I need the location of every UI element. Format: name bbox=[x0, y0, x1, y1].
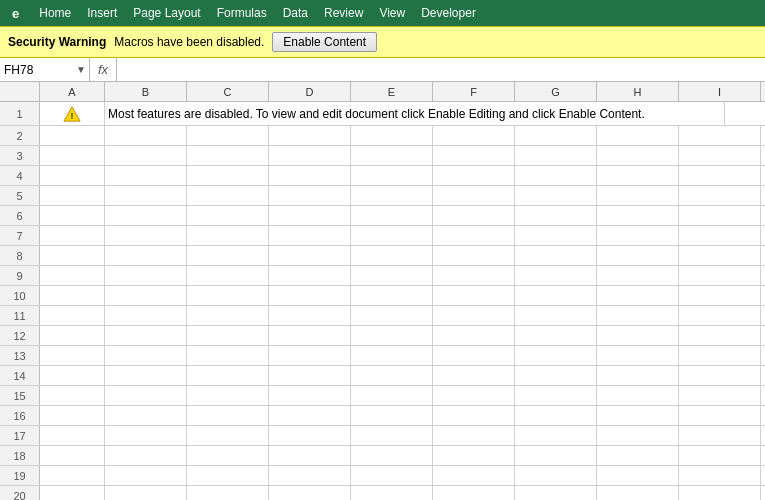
cell-f16[interactable] bbox=[433, 406, 515, 425]
cell-e15[interactable] bbox=[351, 386, 433, 405]
cell-h2[interactable] bbox=[597, 126, 679, 145]
cell-d10[interactable] bbox=[269, 286, 351, 305]
cell-i11[interactable] bbox=[679, 306, 761, 325]
cell-a13[interactable] bbox=[40, 346, 105, 365]
cell-d7[interactable] bbox=[269, 226, 351, 245]
cell-c15[interactable] bbox=[187, 386, 269, 405]
cell-e6[interactable] bbox=[351, 206, 433, 225]
cell-f14[interactable] bbox=[433, 366, 515, 385]
cell-h8[interactable] bbox=[597, 246, 679, 265]
cell-f3[interactable] bbox=[433, 146, 515, 165]
cell-c5[interactable] bbox=[187, 186, 269, 205]
cell-g10[interactable] bbox=[515, 286, 597, 305]
cell-a9[interactable] bbox=[40, 266, 105, 285]
cell-g6[interactable] bbox=[515, 206, 597, 225]
cell-f6[interactable] bbox=[433, 206, 515, 225]
cell-e19[interactable] bbox=[351, 466, 433, 485]
cell-c6[interactable] bbox=[187, 206, 269, 225]
cell-i9[interactable] bbox=[679, 266, 761, 285]
cell-i19[interactable] bbox=[679, 466, 761, 485]
col-header-a[interactable]: A bbox=[40, 82, 105, 101]
cell-h12[interactable] bbox=[597, 326, 679, 345]
cell-b6[interactable] bbox=[105, 206, 187, 225]
cell-d18[interactable] bbox=[269, 446, 351, 465]
cell-f20[interactable] bbox=[433, 486, 515, 500]
cell-c8[interactable] bbox=[187, 246, 269, 265]
cell-h10[interactable] bbox=[597, 286, 679, 305]
cell-g15[interactable] bbox=[515, 386, 597, 405]
cell-c10[interactable] bbox=[187, 286, 269, 305]
menu-item-view[interactable]: View bbox=[371, 3, 413, 23]
cell-b8[interactable] bbox=[105, 246, 187, 265]
cell-b14[interactable] bbox=[105, 366, 187, 385]
cell-e18[interactable] bbox=[351, 446, 433, 465]
cell-i13[interactable] bbox=[679, 346, 761, 365]
cell-h14[interactable] bbox=[597, 366, 679, 385]
cell-g12[interactable] bbox=[515, 326, 597, 345]
cell-d4[interactable] bbox=[269, 166, 351, 185]
cell-e5[interactable] bbox=[351, 186, 433, 205]
cell-h19[interactable] bbox=[597, 466, 679, 485]
col-header-g[interactable]: G bbox=[515, 82, 597, 101]
cell-c3[interactable] bbox=[187, 146, 269, 165]
cell-e17[interactable] bbox=[351, 426, 433, 445]
cell-d16[interactable] bbox=[269, 406, 351, 425]
cell-a6[interactable] bbox=[40, 206, 105, 225]
cell-e13[interactable] bbox=[351, 346, 433, 365]
cell-d15[interactable] bbox=[269, 386, 351, 405]
cell-i2[interactable] bbox=[679, 126, 761, 145]
cell-a19[interactable] bbox=[40, 466, 105, 485]
cell-g11[interactable] bbox=[515, 306, 597, 325]
cell-d17[interactable] bbox=[269, 426, 351, 445]
cell-h5[interactable] bbox=[597, 186, 679, 205]
cell-g16[interactable] bbox=[515, 406, 597, 425]
cell-e2[interactable] bbox=[351, 126, 433, 145]
cell-e3[interactable] bbox=[351, 146, 433, 165]
cell-a12[interactable] bbox=[40, 326, 105, 345]
cell-f17[interactable] bbox=[433, 426, 515, 445]
cell-g9[interactable] bbox=[515, 266, 597, 285]
cell-f18[interactable] bbox=[433, 446, 515, 465]
col-header-b[interactable]: B bbox=[105, 82, 187, 101]
cell-a3[interactable] bbox=[40, 146, 105, 165]
cell-c19[interactable] bbox=[187, 466, 269, 485]
cell-d9[interactable] bbox=[269, 266, 351, 285]
cell-d12[interactable] bbox=[269, 326, 351, 345]
name-box-dropdown-icon[interactable]: ▼ bbox=[74, 64, 88, 75]
cell-c20[interactable] bbox=[187, 486, 269, 500]
cell-h18[interactable] bbox=[597, 446, 679, 465]
cell-e12[interactable] bbox=[351, 326, 433, 345]
cell-b20[interactable] bbox=[105, 486, 187, 500]
cell-a14[interactable] bbox=[40, 366, 105, 385]
cell-c17[interactable] bbox=[187, 426, 269, 445]
cell-g4[interactable] bbox=[515, 166, 597, 185]
cell-h20[interactable] bbox=[597, 486, 679, 500]
cell-c2[interactable] bbox=[187, 126, 269, 145]
enable-content-button[interactable]: Enable Content bbox=[272, 32, 377, 52]
menu-item-developer[interactable]: Developer bbox=[413, 3, 484, 23]
cell-i5[interactable] bbox=[679, 186, 761, 205]
cell-g8[interactable] bbox=[515, 246, 597, 265]
cell-d6[interactable] bbox=[269, 206, 351, 225]
menu-item-page-layout[interactable]: Page Layout bbox=[125, 3, 208, 23]
cell-f19[interactable] bbox=[433, 466, 515, 485]
cell-b5[interactable] bbox=[105, 186, 187, 205]
grid-container[interactable]: 1 ! Most features are disabled. To view … bbox=[0, 102, 765, 500]
cell-b17[interactable] bbox=[105, 426, 187, 445]
cell-i10[interactable] bbox=[679, 286, 761, 305]
menu-item-formulas[interactable]: Formulas bbox=[209, 3, 275, 23]
cell-b7[interactable] bbox=[105, 226, 187, 245]
col-header-e[interactable]: E bbox=[351, 82, 433, 101]
cell-f13[interactable] bbox=[433, 346, 515, 365]
cell-f12[interactable] bbox=[433, 326, 515, 345]
cell-i15[interactable] bbox=[679, 386, 761, 405]
col-header-h[interactable]: H bbox=[597, 82, 679, 101]
cell-f9[interactable] bbox=[433, 266, 515, 285]
cell-c7[interactable] bbox=[187, 226, 269, 245]
cell-b2[interactable] bbox=[105, 126, 187, 145]
cell-i3[interactable] bbox=[679, 146, 761, 165]
cell-a1[interactable]: ! bbox=[40, 102, 105, 125]
cell-a7[interactable] bbox=[40, 226, 105, 245]
cell-b4[interactable] bbox=[105, 166, 187, 185]
cell-a8[interactable] bbox=[40, 246, 105, 265]
